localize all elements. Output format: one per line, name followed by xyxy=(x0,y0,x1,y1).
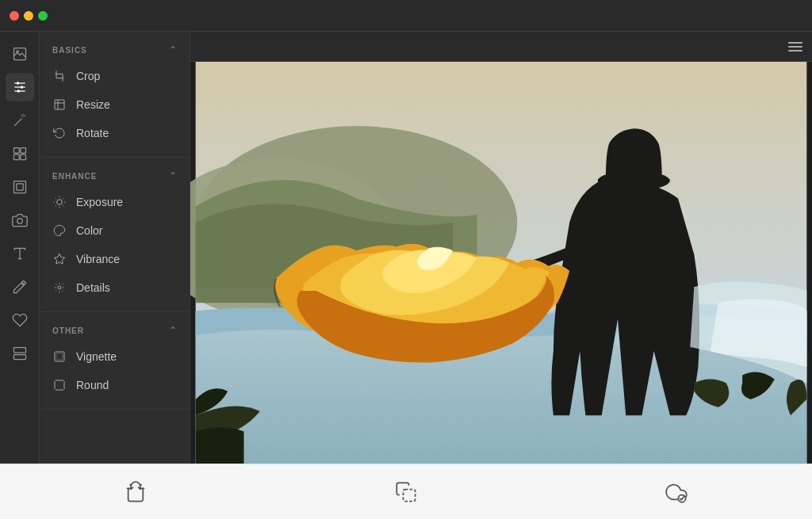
resize-item[interactable]: Resize xyxy=(40,90,190,119)
svg-line-8 xyxy=(14,119,21,125)
vignette-label: Vignette xyxy=(76,350,117,363)
enhance-title: ENHANCE xyxy=(52,172,97,181)
other-title: OTHER xyxy=(52,326,84,335)
details-label: Details xyxy=(76,281,110,294)
svg-point-19 xyxy=(57,200,63,205)
color-item[interactable]: Color xyxy=(40,216,190,245)
vibrance-label: Vibrance xyxy=(76,253,120,265)
copy-button[interactable] xyxy=(395,481,417,503)
svg-point-15 xyxy=(17,219,22,224)
layers-tool[interactable] xyxy=(6,339,34,368)
layout-tool[interactable] xyxy=(6,139,34,168)
svg-line-23 xyxy=(63,205,63,206)
svg-rect-16 xyxy=(13,355,25,360)
svg-point-6 xyxy=(20,86,22,88)
other-section-header[interactable]: OTHER ⌃ xyxy=(40,322,190,342)
round-icon xyxy=(52,378,67,392)
svg-rect-9 xyxy=(13,148,19,154)
window-controls xyxy=(10,11,48,21)
left-toolbar xyxy=(0,32,40,464)
rotate-item[interactable]: Rotate xyxy=(40,119,190,147)
svg-rect-11 xyxy=(13,155,19,160)
panel: BASICS ⌃ Crop Re xyxy=(40,32,190,464)
canvas-image-container xyxy=(190,62,812,464)
crop-item[interactable]: Crop xyxy=(40,62,190,90)
svg-rect-10 xyxy=(20,148,25,154)
crop-icon xyxy=(52,69,67,83)
svg-rect-12 xyxy=(20,155,25,160)
enhance-section-header[interactable]: ENHANCE ⌃ xyxy=(40,167,190,188)
cloud-button[interactable] xyxy=(665,481,688,503)
vibrance-icon xyxy=(52,252,67,266)
exposure-item[interactable]: Exposure xyxy=(40,188,190,216)
round-item[interactable]: Round xyxy=(40,371,190,399)
enhance-chevron: ⌃ xyxy=(169,170,177,181)
interact-button[interactable] xyxy=(124,481,147,503)
details-icon xyxy=(52,280,67,295)
exposure-icon xyxy=(52,195,67,209)
bottom-bar xyxy=(0,464,812,519)
color-icon xyxy=(52,223,67,238)
interact-icon xyxy=(124,481,147,503)
vignette-icon xyxy=(52,349,67,364)
svg-rect-39 xyxy=(403,489,415,501)
svg-rect-18 xyxy=(55,100,64,109)
main-layout: BASICS ⌃ Crop Re xyxy=(0,32,812,464)
rotate-icon xyxy=(52,126,67,140)
details-item[interactable]: Details xyxy=(40,273,190,302)
top-bar xyxy=(0,0,812,32)
svg-line-22 xyxy=(56,198,56,199)
canvas-area xyxy=(190,32,812,464)
other-section: OTHER ⌃ Vignette Round xyxy=(40,312,190,410)
other-chevron: ⌃ xyxy=(169,325,177,336)
adjust-tool[interactable] xyxy=(6,73,34,101)
svg-rect-31 xyxy=(56,353,63,360)
round-label: Round xyxy=(76,379,109,391)
enhance-section: ENHANCE ⌃ Exp xyxy=(40,158,190,312)
brush-tool[interactable] xyxy=(6,273,34,301)
svg-line-27 xyxy=(63,198,63,199)
svg-rect-13 xyxy=(13,181,25,193)
basics-chevron: ⌃ xyxy=(169,44,177,55)
svg-point-7 xyxy=(17,90,19,92)
close-button[interactable] xyxy=(10,11,19,21)
minimize-button[interactable] xyxy=(24,11,33,21)
color-label: Color xyxy=(76,224,102,237)
heart-tool[interactable] xyxy=(6,306,34,334)
maximize-button[interactable] xyxy=(38,11,48,21)
cloud-icon xyxy=(665,481,688,503)
magic-tool[interactable] xyxy=(6,106,34,135)
exposure-label: Exposure xyxy=(76,196,123,208)
svg-point-29 xyxy=(58,286,61,289)
svg-point-1 xyxy=(16,51,17,53)
menu-button[interactable] xyxy=(788,42,802,52)
text-tool[interactable] xyxy=(6,239,34,268)
vignette-item[interactable]: Vignette xyxy=(40,342,190,371)
basics-title: BASICS xyxy=(52,46,87,55)
copy-icon xyxy=(395,481,417,503)
photo-tool[interactable] xyxy=(6,40,34,68)
artwork xyxy=(190,62,812,464)
svg-rect-17 xyxy=(13,348,25,353)
canvas-toolbar xyxy=(190,32,812,62)
resize-label: Resize xyxy=(76,98,110,111)
svg-point-5 xyxy=(16,82,18,84)
svg-rect-14 xyxy=(16,184,22,190)
basics-section: BASICS ⌃ Crop Re xyxy=(40,32,190,158)
resize-icon xyxy=(52,97,67,112)
camera-tool[interactable] xyxy=(6,206,34,235)
svg-line-26 xyxy=(56,205,56,206)
rotate-label: Rotate xyxy=(76,127,109,139)
crop-label: Crop xyxy=(76,70,100,82)
svg-point-37 xyxy=(613,161,658,212)
svg-marker-28 xyxy=(54,254,64,264)
vibrance-item[interactable]: Vibrance xyxy=(40,245,190,273)
basics-section-header[interactable]: BASICS ⌃ xyxy=(40,41,190,62)
frame-tool[interactable] xyxy=(6,173,34,201)
